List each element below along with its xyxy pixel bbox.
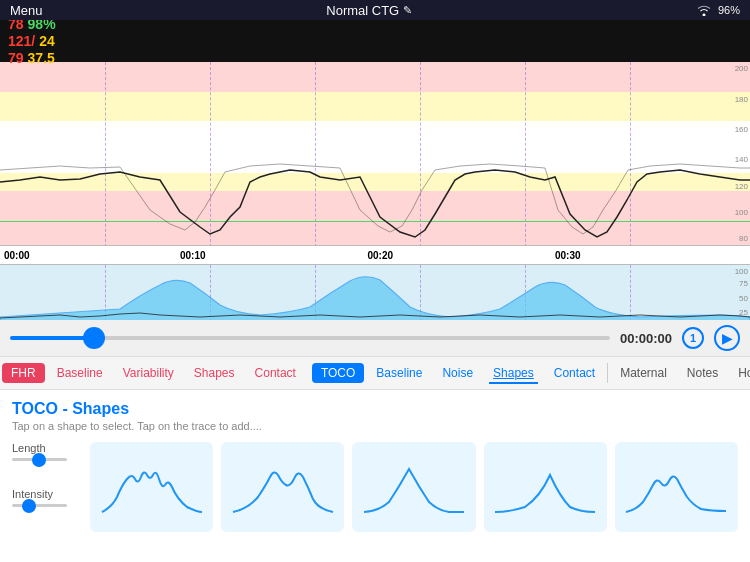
length-label: Length: [12, 442, 82, 454]
playback-slider[interactable]: [10, 336, 610, 340]
shape-card-2[interactable]: [221, 442, 344, 532]
menu-button[interactable]: Menu: [10, 3, 43, 18]
length-slider-track[interactable]: [12, 458, 67, 461]
shape-svg-3: [359, 447, 469, 527]
shapes-row: Length Intensity: [12, 442, 738, 532]
tab-home[interactable]: Home: [728, 362, 750, 384]
wifi-icon: [696, 4, 712, 16]
tab-fhr[interactable]: FHR: [2, 363, 45, 383]
status-icons: 96%: [696, 4, 740, 16]
tab-shapes-fhr[interactable]: Shapes: [184, 362, 245, 384]
panel-subtitle: Tap on a shape to select. Tap on the tra…: [12, 420, 738, 432]
intensity-slider[interactable]: [12, 504, 82, 518]
bp-dia: 24: [39, 33, 55, 49]
fhr-chart[interactable]: 200 180 160 140 120 100 80: [0, 62, 750, 247]
slider-thumb[interactable]: [83, 327, 105, 349]
info-bar: 78 98% 121/ 24 79 37.5: [0, 20, 750, 62]
length-slider-thumb[interactable]: [32, 453, 46, 467]
bottom-panel: TOCO - Shapes Tap on a shape to select. …: [0, 390, 750, 562]
shape-svg-2: [228, 447, 338, 527]
fhr-tab-group: FHR Baseline Variability Shapes Contact: [0, 362, 306, 384]
tab-divider-2: [607, 363, 608, 383]
intensity-slider-track[interactable]: [12, 504, 67, 507]
slider-area[interactable]: 00:00:00 1 ▶: [0, 320, 750, 356]
tab-noise[interactable]: Noise: [432, 362, 483, 384]
time-0: 00:00: [4, 250, 30, 261]
bp-sys: 121/: [8, 33, 35, 49]
tab-bar[interactable]: FHR Baseline Variability Shapes Contact …: [0, 356, 750, 390]
page-title: Normal CTG ✎: [326, 3, 412, 18]
fhr-waveform: [0, 62, 750, 247]
time-10: 00:10: [180, 250, 206, 261]
right-tabs: Maternal Notes Home: [605, 362, 750, 384]
tab-toco-baseline[interactable]: Baseline: [366, 362, 432, 384]
tab-variability[interactable]: Variability: [113, 362, 184, 384]
tab-maternal[interactable]: Maternal: [610, 362, 677, 384]
intensity-label: Intensity: [12, 488, 82, 500]
tab-toco[interactable]: TOCO: [312, 363, 364, 383]
toco-waveform: [0, 265, 750, 322]
temp: 37.5: [28, 50, 55, 66]
timeline: 00:00 00:10 00:20 00:30: [0, 245, 750, 265]
time-30: 00:30: [555, 250, 581, 261]
title-text: Normal CTG: [326, 3, 399, 18]
panel-title: TOCO - Shapes: [12, 400, 738, 418]
tab-notes[interactable]: Notes: [677, 362, 728, 384]
chart-area[interactable]: 200 180 160 140 120 100 80 00:00 00:10 0…: [0, 62, 750, 322]
time-20: 00:20: [368, 250, 394, 261]
shape-card-1[interactable]: [90, 442, 213, 532]
toco-chart[interactable]: 100 75 50 25: [0, 265, 750, 322]
shape-card-4[interactable]: [484, 442, 607, 532]
shape-svg-4: [490, 447, 600, 527]
shapes-controls: Length Intensity: [12, 442, 82, 518]
shape-svg-1: [97, 447, 207, 527]
tab-toco-contact[interactable]: Contact: [544, 362, 605, 384]
time-display: 00:00:00: [620, 331, 672, 346]
shape-card-5[interactable]: [615, 442, 738, 532]
hr-bottom: 79: [8, 50, 24, 66]
tab-toco-shapes[interactable]: Shapes: [483, 362, 544, 384]
edit-icon[interactable]: ✎: [403, 4, 412, 17]
length-slider[interactable]: [12, 458, 82, 472]
shape-card-3[interactable]: [352, 442, 475, 532]
intensity-slider-thumb[interactable]: [22, 499, 36, 513]
tab-contact-fhr[interactable]: Contact: [245, 362, 306, 384]
play-button[interactable]: ▶: [714, 325, 740, 351]
fhr-readings: 78 98% 121/ 24 79 37.5: [8, 16, 56, 66]
shape-svg-5: [621, 447, 731, 527]
battery-level: 96%: [718, 4, 740, 16]
toco-tab-group: TOCO Baseline Noise Shapes Contact: [310, 362, 605, 384]
status-bar: Menu Normal CTG ✎ 96%: [0, 0, 750, 20]
tab-baseline[interactable]: Baseline: [47, 362, 113, 384]
channel-button[interactable]: 1: [682, 327, 704, 349]
